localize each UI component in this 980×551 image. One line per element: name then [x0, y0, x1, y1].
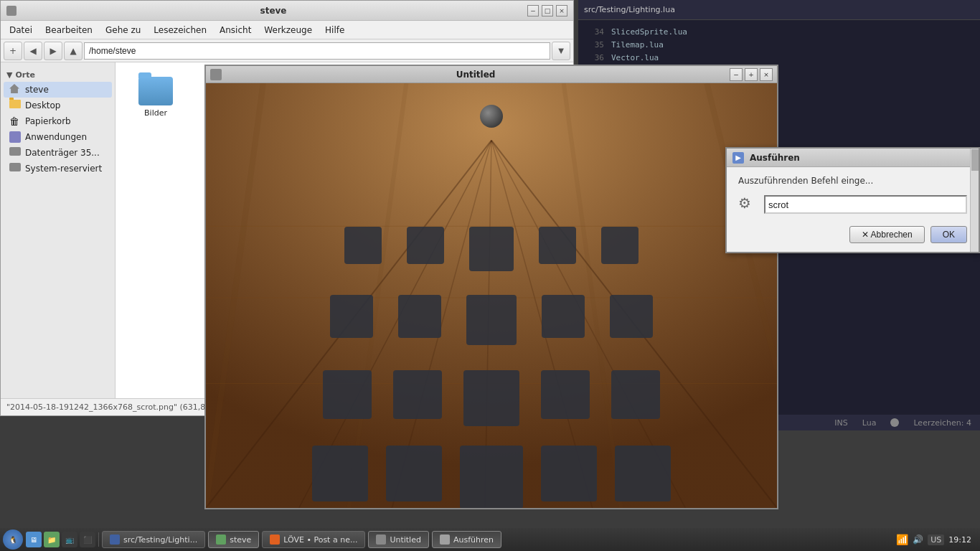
- game-window-controls: − + ×: [730, 68, 773, 81]
- quicklaunch-icon-4[interactable]: ⬛: [80, 532, 95, 547]
- tile: [541, 370, 590, 419]
- code-line-36: 36 Vector.lua: [584, 52, 974, 65]
- taskbar-run-label: Ausführen: [453, 535, 494, 545]
- tile: [463, 370, 519, 426]
- menu-lesezeichen[interactable]: Lesezeichen: [148, 23, 212, 37]
- tray-icon-network[interactable]: 🔊: [912, 534, 923, 545]
- tile: [312, 446, 368, 501]
- taskbar-item-love[interactable]: LÖVE • Post a ne...: [262, 531, 365, 548]
- tile: [393, 370, 442, 419]
- tile: [611, 370, 660, 419]
- tray-lang[interactable]: US: [928, 534, 944, 545]
- tile: [330, 295, 373, 338]
- menu-ansicht[interactable]: Ansicht: [214, 23, 257, 37]
- taskbar-item-game[interactable]: Untitled: [368, 531, 429, 548]
- tile: [386, 446, 442, 501]
- tile: [541, 446, 597, 501]
- tile-row-2: [206, 295, 777, 345]
- taskbar-separator-1: [98, 532, 99, 547]
- menu-werkzeuge[interactable]: Werkzeuge: [258, 23, 318, 37]
- nav-left[interactable]: ◀: [24, 42, 42, 60]
- minimize-button[interactable]: −: [527, 5, 539, 17]
- trash-icon: 🗑: [9, 116, 21, 127]
- nav-up[interactable]: ▲: [64, 42, 83, 60]
- menu-datei[interactable]: Datei: [4, 23, 38, 37]
- code-text-36: Vector.lua: [611, 52, 659, 65]
- taskbar: 🐧 🖥 📁 📺 ⬛ src/Testing/Lighti... steve LÖ…: [0, 528, 980, 551]
- run-dialog-scrollbar[interactable]: [970, 149, 979, 252]
- sidebar-item-system[interactable]: System-reserviert: [4, 161, 112, 176]
- menu-hilfe[interactable]: Hilfe: [319, 23, 350, 37]
- sidebar-item-anwendungen[interactable]: Anwendungen: [4, 129, 112, 145]
- quicklaunch-icon-1[interactable]: 🖥: [26, 532, 42, 547]
- file-manager-titlebar: steve − □ ×: [1, 1, 573, 21]
- menu-gehe-zu[interactable]: Gehe zu: [100, 23, 146, 37]
- close-button[interactable]: ×: [556, 5, 567, 17]
- code-line-35: 35 Tilemap.lua: [584, 39, 974, 52]
- tile: [407, 227, 444, 264]
- tile: [469, 227, 514, 271]
- run-dialog: ▶ Ausführen Auszuführenden Befehl einge.…: [725, 147, 980, 253]
- address-go[interactable]: ▼: [552, 42, 570, 60]
- game-window-title: Untitled: [222, 70, 730, 80]
- code-editor-title: src/Testing/Lighting.lua: [584, 5, 675, 14]
- nav-right[interactable]: ▶: [44, 42, 62, 60]
- taskbar-love-icon: [270, 534, 280, 545]
- code-editor-titlebar: src/Testing/Lighting.lua: [578, 0, 980, 20]
- quicklaunch-icon-2[interactable]: 📁: [44, 532, 60, 547]
- tile: [466, 295, 517, 345]
- taskbar-quick-launch: 🖥 📁 📺 ⬛: [26, 532, 95, 547]
- tray-icon-1[interactable]: 📶: [896, 534, 908, 545]
- tile: [615, 446, 671, 501]
- tile: [323, 370, 372, 419]
- run-command-input[interactable]: [764, 195, 967, 214]
- menu-bearbeiten[interactable]: Bearbeiten: [39, 23, 98, 37]
- folder-icon: [9, 100, 21, 111]
- run-buttons: ✕ Abbrechen OK: [738, 226, 967, 243]
- folder-bilder-icon: [138, 77, 173, 105]
- taskbar-tray: 📶 🔊 US 19:12: [890, 534, 977, 545]
- run-scrollbar-thumb: [971, 149, 979, 171]
- sidebar: ▼ Orte steve Desktop 🗑 Papierkorb: [1, 62, 116, 398]
- tile-row-3: [206, 370, 777, 426]
- maximize-button[interactable]: □: [542, 5, 553, 17]
- taskbar-files-label: steve: [230, 535, 251, 545]
- sidebar-item-papierkorb[interactable]: 🗑 Papierkorb: [4, 113, 112, 129]
- quicklaunch-icon-3[interactable]: 📺: [62, 532, 77, 547]
- sidebar-item-desktop[interactable]: Desktop: [4, 98, 112, 113]
- tile: [601, 227, 639, 264]
- run-dialog-description: Auszuführenden Befehl einge...: [738, 176, 967, 186]
- sidebar-section-orte[interactable]: ▼ Orte: [4, 68, 112, 82]
- file-bilder[interactable]: Bilder: [127, 74, 184, 121]
- run-ok-button[interactable]: OK: [930, 226, 967, 243]
- run-cancel-button[interactable]: ✕ Abbrechen: [849, 226, 925, 243]
- back-button[interactable]: +: [4, 42, 22, 60]
- taskbar-files-icon: [216, 534, 226, 545]
- taskbar-item-run[interactable]: Ausführen: [432, 531, 501, 548]
- sidebar-item-datentraeger[interactable]: Datenträger 35...: [4, 145, 112, 161]
- drive2-icon: [9, 163, 21, 174]
- game-maximize-button[interactable]: +: [745, 68, 758, 81]
- game-canvas[interactable]: [206, 83, 777, 508]
- game-close-button[interactable]: ×: [760, 68, 773, 81]
- code-status-dot: [890, 418, 899, 427]
- taskbar-love-label: LÖVE • Post a ne...: [283, 535, 357, 545]
- tile: [460, 446, 523, 508]
- folder-bilder-label: Bilder: [144, 108, 167, 118]
- sidebar-item-steve[interactable]: steve: [4, 82, 112, 98]
- menu-bar: Datei Bearbeiten Gehe zu Lesezeichen Ans…: [1, 21, 573, 39]
- tile: [542, 295, 585, 338]
- code-text-35: Tilemap.lua: [611, 39, 664, 52]
- taskbar-item-editor[interactable]: src/Testing/Lighti...: [102, 531, 205, 548]
- taskbar-items: src/Testing/Lighti... steve LÖVE • Post …: [102, 531, 890, 548]
- taskbar-editor-label: src/Testing/Lighti...: [123, 535, 197, 545]
- run-dialog-icon: ▶: [732, 152, 744, 164]
- tile: [398, 295, 441, 338]
- apps-icon: [9, 131, 21, 143]
- code-text-34: SlicedSprite.lua: [611, 26, 687, 39]
- start-button[interactable]: 🐧: [3, 529, 23, 550]
- game-minimize-button[interactable]: −: [730, 68, 743, 81]
- tile: [539, 227, 576, 264]
- address-bar[interactable]: [84, 42, 550, 60]
- taskbar-item-files[interactable]: steve: [208, 531, 259, 548]
